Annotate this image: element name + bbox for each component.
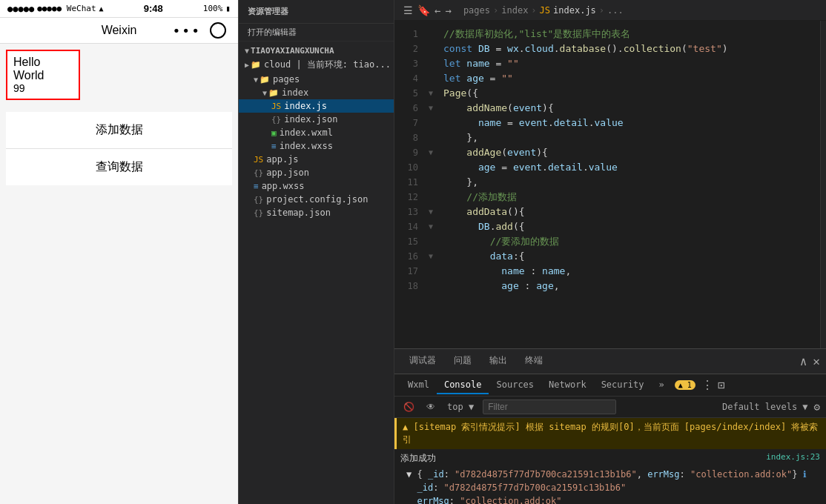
- fold-btn-16[interactable]: ▼: [424, 249, 437, 264]
- subtab-sources[interactable]: Sources: [489, 377, 541, 394]
- breadcrumb-index: index: [501, 5, 528, 16]
- editor-topbar: ☰ 🔖 ← → pages › index › JS index.js › ..…: [394, 0, 826, 21]
- fold-btn-13[interactable]: ▼: [424, 205, 437, 219]
- breadcrumb: pages › index › JS index.js › ...: [463, 5, 624, 16]
- console-obj-root[interactable]: ▼ { _id: "d782d4875f77d7b700ca21591c13b1…: [394, 468, 826, 481]
- hello-world-box: Hello World 99: [6, 50, 80, 100]
- tab-problems[interactable]: 问题: [445, 350, 480, 373]
- phone-nav-title: Weixin: [102, 24, 137, 37]
- tree-item-index-folder[interactable]: ▼ 📁 index: [239, 86, 394, 99]
- pages-label: pages: [273, 74, 300, 84]
- hello-world-text: Hello World: [13, 56, 73, 82]
- console-settings-btn[interactable]: ⚙: [814, 401, 820, 413]
- back-icon[interactable]: ←: [435, 4, 440, 16]
- tree-item-app-json[interactable]: {} app.json: [239, 166, 394, 179]
- breadcrumb-more: ...: [607, 5, 624, 16]
- subtab-wxml[interactable]: Wxml: [400, 377, 437, 394]
- code-line-6: addName(event){: [437, 101, 820, 116]
- subtab-more[interactable]: »: [651, 377, 671, 394]
- app-name: ●●●●● WeChat: [37, 4, 96, 13]
- console-warn-message: ▲ [sitemap 索引情况提示] 根据 sitemap 的规则[0]，当前页…: [394, 418, 826, 449]
- fold-btn-5[interactable]: ▼: [424, 86, 437, 101]
- subtab-network[interactable]: Network: [541, 377, 594, 394]
- fold-btn-6[interactable]: ▼: [424, 101, 437, 116]
- query-data-button[interactable]: 查询数据: [6, 149, 232, 185]
- subtab-console[interactable]: Console: [437, 377, 489, 394]
- tab-debugger[interactable]: 调试器: [400, 350, 445, 373]
- console-clear-btn[interactable]: 🚫: [400, 400, 417, 414]
- tree-item-index-wxml[interactable]: ▣ index.wxml: [239, 126, 394, 139]
- subtab-security[interactable]: Security: [594, 377, 652, 394]
- devtools-warning-badge: ▲ 1: [675, 380, 696, 390]
- breadcrumb-filename: index.js: [553, 5, 596, 16]
- project-config-icon: {}: [254, 195, 263, 205]
- code-line-3: let name = "": [437, 56, 820, 71]
- fold-btn-14[interactable]: ▼: [424, 219, 437, 234]
- devtools-menu-icon[interactable]: ⋮: [701, 378, 713, 392]
- code-line-11: },: [437, 175, 820, 190]
- devtools-panel: 调试器 问题 输出 终端 ∧ ✕ Wxml Console Sources Ne…: [394, 348, 826, 504]
- tab-terminal[interactable]: 终端: [516, 350, 552, 373]
- editor-scrollbar[interactable]: [820, 21, 826, 348]
- app-js-label: app.js: [266, 154, 298, 165]
- wxml-file-icon: ▣: [271, 128, 277, 138]
- phone-status-bar: ●●●●● ●●●●● WeChat ▲ 9:48 100% ▮: [0, 0, 238, 18]
- tree-item-cloud[interactable]: ▶ 📁 cloud | 当前环境: tiao...: [239, 57, 394, 73]
- index-wxss-label: index.wxss: [280, 141, 333, 151]
- console-success-message: 添加成功 index.js:23: [394, 449, 826, 468]
- json-file-icon: {}: [271, 115, 281, 125]
- code-line-7: name = event.detail.value: [437, 116, 820, 130]
- devtools-close[interactable]: ✕: [813, 354, 820, 368]
- menu-icon[interactable]: ☰: [403, 4, 413, 16]
- fold-column: ▼ ▼ ▼ ▼ ▼ ▼: [424, 21, 437, 348]
- wxss-file-icon: ≡: [271, 142, 277, 151]
- tree-item-index-wxss[interactable]: ≡ index.wxss: [239, 139, 394, 153]
- code-editor: 1 2 3 4 5 6 7 8 9 10 11 12 13 14 15 16 1…: [394, 21, 826, 348]
- phone-nav-bar: Weixin •••: [0, 18, 238, 44]
- console-obj-id: _id: "d782d4875f77d7b700ca21591c13b1b6": [394, 481, 826, 494]
- tree-item-sitemap[interactable]: {} sitemap.json: [239, 206, 394, 219]
- code-line-15: //要添加的数据: [437, 234, 820, 249]
- phone-nav-dots[interactable]: •••: [172, 23, 201, 39]
- code-line-14: DB.add({: [437, 219, 820, 234]
- fold-btn-9[interactable]: ▼: [424, 145, 437, 160]
- code-content[interactable]: //数据库初始化,"list"是数据库中的表名 const DB = wx.cl…: [437, 21, 820, 348]
- code-line-4: let age = "": [437, 71, 820, 86]
- pages-arrow: ▼: [254, 76, 258, 84]
- status-right: 100% ▮: [203, 4, 231, 13]
- console-level-select[interactable]: Default levels ▼: [722, 402, 808, 412]
- project-arrow: ▼: [245, 47, 249, 55]
- devtools-chevron-up[interactable]: ∧: [800, 354, 807, 368]
- tab-output[interactable]: 输出: [480, 350, 516, 373]
- obj-info-icon: ℹ: [803, 469, 807, 480]
- tree-item-index-js[interactable]: JS index.js: [239, 99, 394, 113]
- tree-item-project-config[interactable]: {} project.config.json: [239, 193, 394, 206]
- add-data-button[interactable]: 添加数据: [6, 112, 232, 149]
- phone-content: Hello World 99 添加数据 查询数据: [0, 44, 238, 504]
- project-label: TIAOYAXIANGXUNCHA: [251, 46, 334, 56]
- console-top-btn[interactable]: top ▼: [444, 400, 477, 414]
- line-numbers: 1 2 3 4 5 6 7 8 9 10 11 12 13 14 15 16 1…: [394, 21, 424, 348]
- devtools-tabs: 调试器 问题 输出 终端 ∧ ✕: [394, 349, 826, 374]
- console-subtabs: Wxml Console Sources Network Security » …: [394, 374, 826, 397]
- tree-item-pages[interactable]: ▼ 📁 pages: [239, 73, 394, 86]
- devtools-undock-icon[interactable]: ⊡: [718, 378, 725, 392]
- phone-nav-circle[interactable]: [210, 22, 226, 39]
- tree-item-index-json[interactable]: {} index.json: [239, 113, 394, 126]
- app-json-icon: {}: [254, 168, 263, 178]
- success-link[interactable]: index.js:23: [766, 452, 820, 465]
- tree-item-app-wxss[interactable]: ≡ app.wxss: [239, 179, 394, 193]
- console-filter-input[interactable]: [483, 399, 616, 414]
- bookmark-icon[interactable]: 🔖: [417, 4, 430, 16]
- obj-toggle[interactable]: ▼: [406, 469, 412, 480]
- signal-icon: ●●●●●: [7, 4, 34, 14]
- console-eye-btn[interactable]: 👁: [423, 400, 438, 414]
- tree-item-app-js[interactable]: JS app.js: [239, 153, 394, 166]
- code-line-12: //添加数据: [437, 190, 820, 205]
- code-line-17: name : name,: [437, 264, 820, 279]
- project-config-label: project.config.json: [266, 194, 368, 205]
- forward-icon[interactable]: →: [445, 4, 451, 16]
- code-line-9: addAge(event){: [437, 145, 820, 160]
- success-text: 添加成功: [400, 452, 436, 465]
- file-tree-body: ▼ TIAOYAXIANGXUNCHA ▶ 📁 cloud | 当前环境: ti…: [239, 42, 394, 504]
